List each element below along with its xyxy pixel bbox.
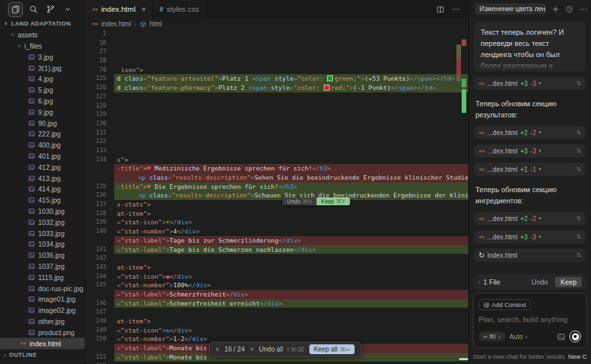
more-actions-icon[interactable]: ⋯ bbox=[452, 5, 460, 14]
chat-title[interactable]: Изменение цвета ленд bbox=[475, 3, 546, 14]
file-item[interactable]: product.png bbox=[0, 327, 85, 338]
expand-icon[interactable]: ⇅ bbox=[576, 252, 581, 258]
stop-generation-button[interactable] bbox=[569, 331, 581, 342]
source-control-icon[interactable] bbox=[43, 3, 57, 16]
file-change-chip[interactable]: <> ...dex.html +3 -3 • ⇅ bbox=[474, 144, 586, 157]
file-item[interactable]: 3.jpg bbox=[0, 51, 85, 62]
tab-styles-css[interactable]: # styles.css bbox=[153, 0, 206, 18]
file-item[interactable]: 3(1).jpg bbox=[0, 62, 85, 73]
keep-button[interactable]: Keep bbox=[555, 277, 582, 287]
outline-section[interactable]: › OUTLINE bbox=[0, 349, 85, 361]
chat-panel: Изменение цвета ленд ⋯ Текст теперь логи… bbox=[468, 0, 591, 364]
file-item[interactable]: 1030.jpg bbox=[0, 206, 85, 217]
file-item[interactable]: 412.jpg bbox=[0, 161, 85, 172]
file-item[interactable]: 415.jpg bbox=[0, 195, 85, 206]
project-root-label: LAND ADAPTATION bbox=[11, 20, 71, 27]
file-item[interactable]: other.jpg bbox=[0, 316, 85, 327]
code-line: 136<p class="results-description">Schaue… bbox=[85, 191, 468, 200]
timeline-section[interactable]: › TIMELINE bbox=[0, 360, 85, 364]
expand-icon[interactable]: ⇅ bbox=[576, 215, 581, 222]
new-chat-icon[interactable] bbox=[552, 5, 559, 13]
chevron-down-icon[interactable] bbox=[60, 3, 74, 16]
file-item[interactable]: doc-rus-pic.jpg bbox=[0, 283, 85, 294]
folder-label: i_files bbox=[24, 42, 42, 50]
folder-assets[interactable]: ∨ assets bbox=[0, 30, 85, 41]
file-item[interactable]: 5.jpg bbox=[0, 85, 85, 96]
file-item[interactable]: 9.jpg bbox=[0, 106, 85, 117]
editor-pane[interactable]: <> index.html × # styles.css ⋯ <> index.… bbox=[85, 0, 468, 364]
chip-filename: ...dex.html bbox=[487, 129, 517, 136]
chip-filename: index.html bbox=[487, 252, 517, 259]
file-item[interactable]: 6.jpg bbox=[0, 96, 85, 107]
added-count: +3 bbox=[520, 80, 527, 87]
image-file-icon bbox=[28, 54, 35, 60]
expand-icon[interactable]: ⇅ bbox=[576, 148, 581, 154]
file-label: 1030.jpg bbox=[38, 207, 64, 215]
file-change-chip[interactable]: <> ...dex.html +2 -2 • ⇅ bbox=[474, 212, 586, 225]
add-context-button[interactable]: @ Add Context bbox=[479, 299, 531, 310]
chat-input-placeholder[interactable]: Plan, search, build anything bbox=[479, 315, 581, 323]
tab-index-html[interactable]: <> index.html × bbox=[85, 0, 153, 18]
chevron-right-icon: › bbox=[135, 21, 137, 28]
image-file-icon bbox=[28, 274, 35, 281]
breadcrumb-symbol[interactable]: html bbox=[150, 20, 162, 28]
chevron-right-icon[interactable]: › bbox=[478, 279, 480, 285]
added-count: +2 bbox=[520, 215, 527, 222]
file-item[interactable]: 222.jpg bbox=[0, 129, 85, 140]
next-diff-icon[interactable]: ∨ bbox=[250, 346, 253, 352]
keep-all-button[interactable]: Keep all⌘↵ bbox=[309, 344, 355, 354]
code-lines[interactable]: 210272870ison">125d class="feature-artov… bbox=[85, 30, 468, 364]
new-chat-link[interactable]: New Ch bbox=[568, 353, 587, 360]
split-editor-icon[interactable] bbox=[436, 5, 445, 14]
file-item-index-html[interactable]: <> index.html bbox=[0, 338, 85, 349]
file-change-chip[interactable]: <> ...dex.html +1 -1 • ⇅ bbox=[474, 163, 586, 176]
image-file-icon bbox=[28, 318, 35, 325]
undo-all-button[interactable]: Undo all⇧⌘⌫ bbox=[259, 346, 303, 353]
search-icon[interactable] bbox=[26, 3, 40, 16]
file-item[interactable]: 1036.jpg bbox=[0, 250, 85, 261]
file-icon: <> bbox=[479, 148, 485, 154]
expand-icon[interactable]: ⇅ bbox=[576, 166, 581, 172]
model-selector[interactable]: Auto∨ bbox=[510, 333, 528, 340]
breadcrumb[interactable]: <> index.html › html bbox=[85, 18, 468, 30]
file-list: 3.jpg 3(1).jpg 4.jpg 5.jpg 6.jpg 9.jpg bbox=[0, 51, 85, 338]
image-file-icon bbox=[28, 87, 35, 93]
expand-icon[interactable]: ⇅ bbox=[576, 233, 581, 240]
file-item[interactable]: 1034.jpg bbox=[0, 239, 85, 250]
file-item[interactable]: 400.jpg bbox=[0, 140, 85, 151]
undo-button[interactable]: Undo bbox=[531, 278, 548, 286]
prev-diff-icon[interactable]: ∧ bbox=[215, 346, 219, 352]
project-root[interactable]: ∨ LAND ADAPTATION bbox=[0, 18, 85, 30]
attach-image-icon[interactable] bbox=[557, 333, 565, 341]
file-change-chip[interactable]: <> ...dex.html +3 -3 • ⇅ bbox=[474, 77, 586, 90]
close-icon[interactable]: × bbox=[141, 5, 145, 13]
file-icon: <> bbox=[479, 216, 485, 222]
file-item[interactable]: 401.jpg bbox=[0, 151, 85, 162]
file-item[interactable]: 414.jpg bbox=[0, 184, 85, 195]
keep-button[interactable]: Keep⌘Y bbox=[317, 197, 350, 205]
file-change-chip[interactable]: <> ...dex.html +3 -3 • ⇅ bbox=[474, 230, 586, 243]
history-icon[interactable] bbox=[565, 5, 573, 13]
file-item[interactable]: 1032.jpg bbox=[0, 216, 85, 228]
image-file-icon bbox=[28, 175, 35, 182]
file-change-chip[interactable]: ↻ index.html ⇅ bbox=[474, 249, 586, 262]
file-item[interactable]: 1037.jpg bbox=[0, 261, 85, 272]
file-item[interactable]: image01.jpg bbox=[0, 294, 85, 305]
file-item[interactable]: 1033.jpg bbox=[0, 228, 85, 239]
file-item[interactable]: image02.jpg bbox=[0, 305, 85, 316]
mode-selector[interactable]: ∞ ⌘I∧ bbox=[479, 332, 506, 341]
undo-button[interactable]: Undo⌘N bbox=[282, 197, 317, 205]
files-changed-label[interactable]: 1 File bbox=[483, 278, 500, 286]
file-item[interactable]: 1115.jpg bbox=[0, 272, 85, 283]
explorer-icon[interactable] bbox=[8, 2, 23, 17]
folder-i-files[interactable]: ∨ i_files bbox=[0, 41, 85, 52]
breadcrumb-file[interactable]: index.html bbox=[101, 20, 131, 28]
file-item[interactable]: 4.jpg bbox=[0, 73, 85, 85]
file-item[interactable]: 90.jpg bbox=[0, 117, 85, 129]
chat-input-box[interactable]: @ Add Context Plan, search, build anythi… bbox=[473, 293, 587, 348]
file-item[interactable]: 413.jpg bbox=[0, 172, 85, 184]
file-change-chip[interactable]: <> ...dex.html +2 -2 • ⇅ bbox=[474, 126, 586, 139]
more-actions-icon[interactable]: ⋯ bbox=[579, 5, 588, 14]
expand-icon[interactable]: ⇅ bbox=[576, 129, 581, 136]
expand-icon[interactable]: ⇅ bbox=[576, 80, 581, 87]
